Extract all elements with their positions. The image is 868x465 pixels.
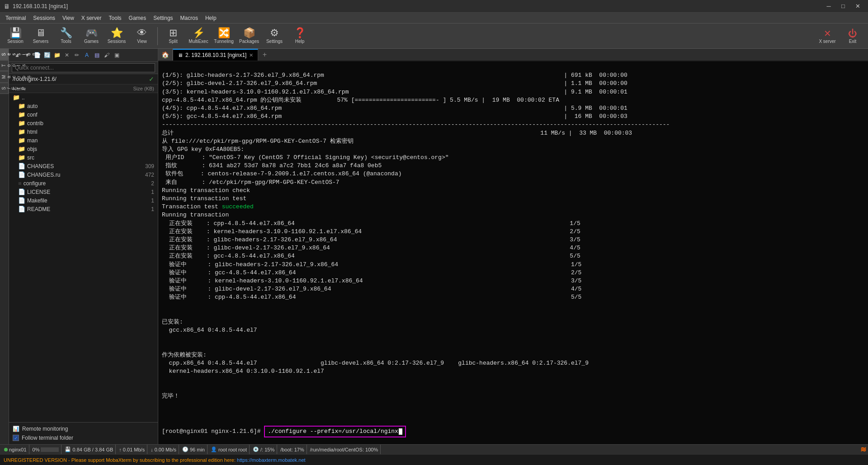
term-line-div: ----------------------------------------… — [162, 121, 864, 129]
readme-file-icon: 📄 — [18, 206, 25, 212]
toolbar-settings[interactable]: ⚙ Settings — [263, 25, 286, 47]
minimize-button[interactable]: ─ — [822, 1, 835, 11]
status-traffic: 💾 0.84 GB / 3.84 GB — [62, 445, 116, 454]
term-installed-header: 已安装: — [162, 318, 864, 326]
vtab-sessions[interactable]: Sessions — [0, 49, 9, 60]
sidebar-btn-refresh[interactable]: 🔄 — [42, 51, 52, 60]
tree-item-configure[interactable]: ■ configure 2 — [9, 179, 158, 188]
exit-button[interactable]: ⏻ Exit — [841, 25, 864, 47]
remote-monitor[interactable]: 📊 Remote monitoring — [13, 424, 154, 433]
disk3-value: /run/media/root/CentOS: 100% — [310, 447, 378, 452]
user-icon: 👤 — [211, 446, 217, 452]
tree-item-makefile[interactable]: 📄 Makefile 1 — [9, 196, 158, 205]
tree-item-html[interactable]: 📁 html — [9, 127, 158, 136]
file-tree[interactable]: 📁 .. 📁 auto 📁 conf 📁 contrib — [9, 93, 158, 422]
term-verify-2: 验证中 : gcc-4.8.5-44.el7.x86_64 2/5 — [162, 269, 864, 277]
xserver-button[interactable]: ✕ X server — [816, 25, 839, 47]
tree-item-readme[interactable]: 📄 README 1 — [9, 205, 158, 213]
item-name-readme: README — [27, 206, 123, 212]
tab-home-button[interactable]: 🏠 — [158, 49, 173, 61]
sidebar-btn-view1[interactable]: 📁 — [52, 51, 61, 60]
tab-nginx1[interactable]: 🖥 2. 192.168.10.31 [nginx1] ✕ — [173, 49, 258, 61]
status-user: 👤 root root root — [208, 445, 250, 454]
help-label: Help — [295, 39, 305, 44]
follow-terminal: ✓ Follow terminal folder — [13, 433, 154, 442]
sessions-icon: ⭐ — [111, 28, 123, 38]
toolbar-view[interactable]: 👁 View — [130, 25, 154, 47]
settings-icon: ⚙ — [270, 28, 279, 38]
remote-monitor-icon: 📊 — [13, 426, 19, 432]
menu-macros[interactable]: Macros — [177, 14, 202, 22]
tree-item-auto[interactable]: 📁 auto — [9, 102, 158, 110]
follow-terminal-checkbox[interactable]: ✓ — [13, 435, 19, 441]
toolbar-help[interactable]: ❓ Help — [288, 25, 311, 47]
toolbar-servers[interactable]: 🖥 Servers — [29, 25, 52, 47]
help-icon: ❓ — [294, 28, 306, 38]
toolbar-session[interactable]: 💾 Session — [4, 25, 27, 47]
toolbar-tunneling[interactable]: 🔀 Tunneling — [212, 25, 236, 47]
menu-sessions[interactable]: Sessions — [29, 14, 59, 22]
exit-icon: ⏻ — [848, 28, 857, 39]
toolbar-sessions[interactable]: ⭐ Sessions — [105, 25, 128, 47]
status-bandwidth-up: ↑ 0.01 Mb/s — [117, 445, 147, 454]
mobatek-link[interactable]: https://mobaxterm.mobatek.net — [237, 457, 306, 463]
tree-item-src[interactable]: 📁 src — [9, 153, 158, 162]
menu-terminal[interactable]: Terminal — [2, 14, 29, 22]
item-name-auto: auto — [27, 103, 123, 109]
progress-bar — [41, 447, 59, 452]
toolbar: 💾 Session 🖥 Servers 🔧 Tools 🎮 Games ⭐ Se… — [0, 23, 868, 49]
sidebar-btn-edit[interactable]: ✏ — [72, 51, 81, 60]
tree-item-man[interactable]: 📁 man — [9, 136, 158, 145]
tree-item-objs[interactable]: 📁 objs — [9, 145, 158, 153]
auto-folder-icon: 📁 — [18, 103, 25, 109]
time-value: 96 min — [190, 447, 205, 452]
tree-item-contrib[interactable]: 📁 contrib — [9, 119, 158, 127]
bw-down-icon: ↓ — [151, 447, 153, 452]
maximize-button[interactable]: □ — [836, 1, 850, 11]
toolbar-split[interactable]: ⊞ Split — [161, 25, 185, 47]
menu-help[interactable]: Help — [202, 14, 220, 22]
sidebar-btn-brush[interactable]: 🖌 — [102, 51, 111, 60]
games-icon: 🎮 — [85, 28, 98, 38]
tree-item-parent[interactable]: 📁 .. — [9, 93, 158, 102]
close-button[interactable]: ✕ — [851, 1, 864, 11]
disk1-icon: 💿 — [253, 446, 259, 452]
item-name-changes: CHANGES — [27, 163, 123, 169]
terminal-content[interactable]: (1/5): glibc-headers-2.17-326.el7_9.x86_… — [158, 61, 868, 444]
tree-item-changes[interactable]: 📄 CHANGES 309 — [9, 162, 158, 170]
tab-close-button[interactable]: ✕ — [249, 52, 253, 58]
vtab-sftp[interactable]: S/FTP — [0, 83, 9, 94]
quick-connect-input[interactable] — [12, 63, 155, 72]
toolbar-games[interactable]: 🎮 Games — [80, 25, 103, 47]
status-bandwidth-down: ↓ 0.00 Mb/s — [148, 445, 179, 454]
terminal-area: 🏠 🖥 2. 192.168.10.31 [nginx1] ✕ + (1/5):… — [158, 49, 868, 444]
vtab-tools[interactable]: Tools — [0, 60, 9, 71]
menu-view[interactable]: View — [59, 14, 78, 22]
menu-tools[interactable]: Tools — [105, 14, 125, 22]
tree-item-conf[interactable]: 📁 conf — [9, 110, 158, 119]
time-icon: 🕐 — [182, 446, 189, 452]
item-name-html: html — [27, 129, 123, 135]
toolbar-tools[interactable]: 🔧 Tools — [54, 25, 78, 47]
games-label: Games — [84, 39, 99, 44]
sidebar-bottom: 📊 Remote monitoring ✓ Follow terminal fo… — [9, 422, 158, 444]
sidebar-btn-a[interactable]: A — [82, 51, 91, 60]
menu-settings[interactable]: Settings — [150, 14, 176, 22]
tree-item-changes-ru[interactable]: 📄 CHANGES.ru 472 — [9, 170, 158, 179]
tree-item-license[interactable]: 📄 LICENSE 1 — [9, 188, 158, 196]
toolbar-packages[interactable]: 📦 Packages — [237, 25, 261, 47]
xserver-icon: ✕ — [824, 28, 831, 39]
contrib-folder-icon: 📁 — [18, 120, 25, 127]
sidebar-btn-delete[interactable]: ✕ — [62, 51, 71, 60]
term-line-gpg4: 指纹 : 6341 ab27 53d7 8a78 a7c2 7bb1 24c6 … — [162, 162, 864, 170]
item-name-makefile: Makefile — [27, 197, 123, 204]
toolbar-multiexec[interactable]: ⚡ MultiExec — [187, 25, 210, 47]
configure-file-icon: ■ — [18, 180, 22, 187]
vtab-macros[interactable]: Macros — [0, 71, 9, 83]
menu-xserver[interactable]: X server — [78, 14, 105, 22]
term-blank-2 — [162, 343, 864, 351]
sidebar-btn-terminal[interactable]: ▣ — [112, 51, 121, 60]
sidebar-btn-b[interactable]: ▤ — [92, 51, 101, 60]
menu-games[interactable]: Games — [125, 14, 150, 22]
new-tab-button[interactable]: + — [258, 49, 271, 61]
